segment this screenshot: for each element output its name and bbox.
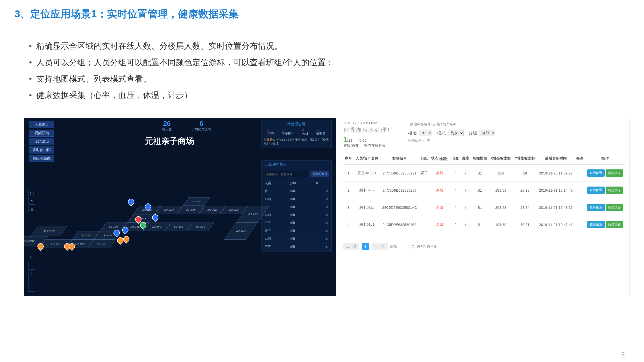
rotate-icon[interactable]: ↻ <box>28 198 35 205</box>
history-track-button[interactable]: 历史轨迹 <box>606 169 623 177</box>
map-tool-left: ⛶ ↻ ▤ <box>28 190 35 212</box>
sidebar-btn[interactable]: 视频联动 <box>29 130 54 137</box>
list-view-screenshot: 2019-12-16 23:39:42 稻香湖污水处理厂 1/13 0.00 在… <box>339 118 630 296</box>
asset-row[interactable]: 李四A组👁 <box>262 235 331 243</box>
table-header: X轴坐标坐标 <box>489 153 513 164</box>
asset-group-select[interactable]: 全部分组 ▾ <box>311 171 329 177</box>
asset-row[interactable]: 王五B组👁 <box>262 219 331 227</box>
alert-title: 待处理告警 <box>264 122 329 126</box>
zoom-slider[interactable]: │ <box>28 269 35 284</box>
room: G1-198 <box>224 223 258 240</box>
bullet-list: 精确显示全区域的实时在线人数、分楼层人数、实时位置分布情况。 人员可以分组；人员… <box>29 38 630 103</box>
watermark-logo: 稻香湖污水处理厂 <box>343 126 394 134</box>
stat-total-num: 26 <box>162 120 172 127</box>
view-location-button[interactable]: 查看位置 <box>587 221 605 228</box>
list-filters: 楼层 B1 模式 列表 分组 全部 告警信息：无 <box>408 121 625 145</box>
zoom-out-icon[interactable]: − <box>28 285 35 292</box>
avg-label: 平均在线时长 <box>364 143 386 147</box>
table-header: 所在楼层 <box>471 153 489 164</box>
filter-group-select[interactable]: 全部 <box>479 130 495 136</box>
map-zoom-controls: F1 + │ − <box>28 254 35 292</box>
eye-icon[interactable]: 👁 <box>325 197 328 201</box>
table-header: 操作 <box>585 153 625 164</box>
history-track-button[interactable]: 历史轨迹 <box>606 221 623 228</box>
filter-floor-label: 楼层 <box>408 130 417 136</box>
view-location-button[interactable]: 查看位置 <box>587 187 605 194</box>
asset-row[interactable]: 王五A组👁 <box>262 203 331 211</box>
asset-th: 👁 <box>313 180 331 187</box>
asset-search-input[interactable] <box>264 171 310 177</box>
pagination: 上一页 1 下一页 前往 页 共1页 共 4 条 <box>343 243 625 250</box>
zoom-in-icon[interactable]: + <box>28 262 35 268</box>
sidebar-btn[interactable]: 实时热力图 <box>29 146 54 153</box>
alarm-value: 无 <box>427 139 430 143</box>
view-location-button[interactable]: 查看位置 <box>587 204 605 211</box>
filter-mode-select[interactable]: 列表 <box>448 130 464 136</box>
asset-row[interactable]: 张三A组👁 <box>262 188 331 195</box>
stat-floor-num: 6 <box>191 120 212 127</box>
list-search-input[interactable] <box>408 121 495 127</box>
table-header: 最后更新时间 <box>537 153 575 164</box>
page-suffix: 页 <box>411 244 414 249</box>
table-row: 1罗立申022124C5D9E632580221员工 离线//B1 250582… <box>343 164 625 182</box>
table-header: 状态 全部▾ <box>430 153 450 164</box>
alert-notice-label: 告警通知 <box>264 138 275 141</box>
view-location-button[interactable]: 查看位置 <box>587 169 605 177</box>
eye-icon[interactable]: 👁 <box>325 213 328 217</box>
alarm-label: 告警信息： <box>408 139 425 143</box>
map-sidebar: 区域统计 视频联动 应急出口 实时热力图 风险等级图 <box>29 121 54 162</box>
data-table: 序号人员/资产名称标签编号分组状态 全部▾电量温度所在楼层X轴坐标坐标Y轴坐标坐… <box>343 153 625 233</box>
timestamp: 2019-12-16 23:39:42 <box>343 121 394 125</box>
sidebar-btn[interactable]: 应急出口 <box>29 138 54 145</box>
floor-label: F1 <box>28 254 35 261</box>
eye-icon[interactable]: 👁 <box>325 245 328 249</box>
table-header: 温度 <box>460 153 471 164</box>
bullet-item: 支持地图模式、列表模式查看。 <box>29 70 630 87</box>
eye-icon[interactable]: 👁 <box>325 229 328 233</box>
asset-row[interactable]: 李四A组👁 <box>262 211 331 219</box>
stat-floor-label: 当前楼层人数 <box>191 127 212 132</box>
layer-icon[interactable]: ▤ <box>28 206 35 212</box>
online-total: /13 <box>347 138 352 142</box>
online-count: 1 <box>343 135 348 143</box>
sidebar-btn[interactable]: 区域统计 <box>29 121 54 128</box>
table-row: 3胸卡01ac24C5D9E6325801AC 离线//B1 203.4823.… <box>343 199 625 216</box>
room: 商业用房 <box>31 226 67 236</box>
slide-title: 3、定位应用场景1：实时位置管理，健康数据采集 <box>14 7 630 21</box>
filter-mode-label: 模式 <box>437 130 446 136</box>
eye-icon[interactable]: 👁 <box>325 189 328 193</box>
online-label: 在线/总数 <box>343 143 359 147</box>
alert-label: SOS <box>268 131 274 135</box>
eye-icon[interactable]: 👁 <box>325 237 328 241</box>
asset-th: 人员 <box>262 180 287 187</box>
jump-page-input[interactable] <box>399 244 409 249</box>
next-page-button[interactable]: 下一页 <box>372 243 388 250</box>
asset-table: 人员分组👁 张三A组👁李四A组👁王五A组👁李四A组👁王五B组👁张三A组👁李四A组… <box>262 179 331 251</box>
alert-count: 2 <box>302 128 308 131</box>
prev-page-button[interactable]: 上一页 <box>343 243 359 250</box>
table-header: 序号 <box>343 153 354 164</box>
map-title: 元祖亲子商场 <box>145 136 194 147</box>
eye-icon[interactable]: 👁 <box>325 205 328 209</box>
current-page[interactable]: 1 <box>362 243 370 250</box>
fullscreen-icon[interactable]: ⛶ <box>28 190 35 197</box>
stat-total-label: 总人数 <box>162 127 172 132</box>
sidebar-btn[interactable]: 风险等级图 <box>29 155 54 162</box>
alert-count: 0 <box>268 128 274 131</box>
table-row: 4胸卡01b124C5D9E6325801B1 离线//B1 193.8935.… <box>343 216 625 233</box>
table-header: 标签编号 <box>380 153 419 164</box>
table-header: 电量 <box>450 153 460 164</box>
status-filter-select[interactable]: 全部▾ <box>440 157 448 160</box>
asset-panel: 人员/资产信息 全部分组 ▾ 人员分组👁 张三A组👁李四A组👁王五A组👁李四A组… <box>262 160 332 252</box>
asset-row[interactable]: 张三A组👁 <box>262 227 331 235</box>
asset-row[interactable]: 王五B组👁 <box>262 243 331 251</box>
history-track-button[interactable]: 历史轨迹 <box>606 187 623 194</box>
table-header: 分组 <box>419 153 429 164</box>
map-stats: 26总人数 6当前楼层人数 <box>162 120 212 132</box>
map-view-screenshot: 区域统计 视频联动 应急出口 实时热力图 风险等级图 26总人数 6当前楼层人数… <box>24 118 336 296</box>
history-track-button[interactable]: 历史轨迹 <box>606 204 623 211</box>
eye-icon[interactable]: 👁 <box>325 221 328 225</box>
filter-floor-select[interactable]: B1 <box>419 130 432 136</box>
filter-group-label: 分组 <box>468 130 477 136</box>
table-header: 备注 <box>575 153 585 164</box>
